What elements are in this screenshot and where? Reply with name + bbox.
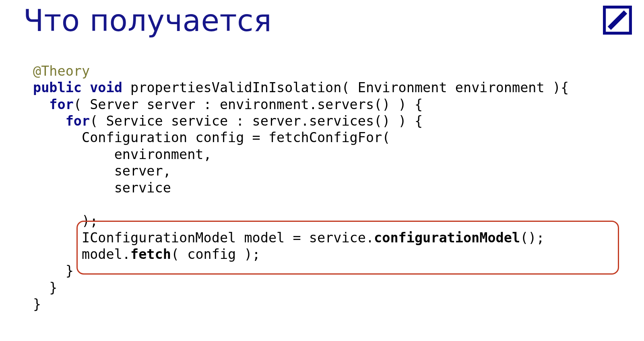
code-text: ( config ); (171, 246, 260, 262)
code-text: model. (33, 246, 130, 262)
code-block: @Theory public void propertiesValidInIso… (33, 63, 569, 312)
code-bold: fetch (130, 246, 171, 262)
code-text: } (33, 263, 74, 279)
code-text: service (33, 180, 171, 196)
code-keyword: void (90, 80, 122, 95)
code-text: environment, (33, 147, 212, 162)
code-text: } (33, 280, 58, 296)
code-text (33, 97, 49, 112)
code-text: server, (33, 163, 171, 179)
code-text: (); (520, 230, 545, 246)
code-text: ); (33, 213, 98, 229)
code-text: Configuration config = fetchConfigFor( (33, 130, 390, 145)
slide-title: Что получается (23, 3, 272, 38)
code-keyword: for (66, 113, 90, 129)
code-text: ( Server server : environment.servers() … (74, 97, 423, 112)
code-keyword: public (33, 80, 82, 95)
code-annotation: @Theory (33, 63, 90, 79)
slide: Что получается @Theory public void prope… (0, 0, 644, 341)
svg-line-1 (609, 12, 625, 28)
code-text: } (33, 296, 41, 312)
code-text: ( Service service : server.services() ) … (90, 113, 423, 129)
code-keyword: for (49, 97, 74, 112)
code-text (33, 113, 66, 129)
code-bold: configurationModel (374, 230, 520, 246)
deutsche-bank-logo-icon (603, 6, 632, 35)
code-text: IConfigurationModel model = service. (33, 230, 374, 246)
code-text: propertiesValidInIsolation( Environment … (122, 80, 569, 95)
